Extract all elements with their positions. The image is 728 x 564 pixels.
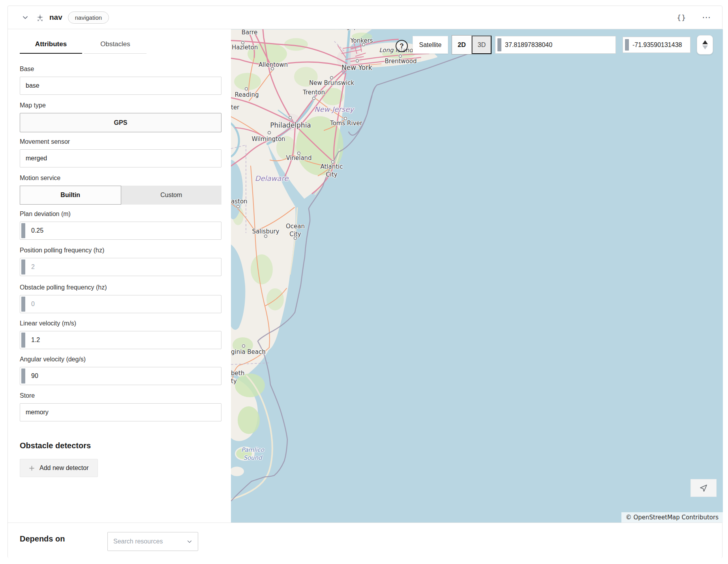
navigation-map[interactable]: BarreHazletonAllentownReadingterBridgepo… xyxy=(231,29,723,523)
movement-sensor-input[interactable] xyxy=(20,149,221,167)
city-marker-icon xyxy=(268,131,271,135)
zoom-stepper[interactable] xyxy=(697,35,713,55)
map-attribution: © OpenStreetMap Contributors xyxy=(621,512,723,523)
position-polling-input[interactable] xyxy=(20,258,221,276)
city-marker-icon xyxy=(344,117,347,120)
number-drag-handle[interactable] xyxy=(21,333,25,348)
longitude-input[interactable] xyxy=(632,37,688,53)
base-input[interactable] xyxy=(20,77,221,95)
position-polling-label: Position polling frequency (hz) xyxy=(20,247,221,254)
obstacle-polling-input[interactable] xyxy=(20,295,221,313)
card-header: nav navigation {} ⋯ xyxy=(8,6,722,29)
resource-card: nav navigation {} ⋯ Attributes Obstacles… xyxy=(8,6,722,558)
linear-velocity-input[interactable] xyxy=(20,331,221,349)
plan-deviation-input[interactable] xyxy=(20,222,221,240)
motion-service-custom-option[interactable]: Custom xyxy=(121,186,222,205)
depends-on-placeholder: Search resources xyxy=(113,538,187,545)
obstacle-detectors-heading: Obstacle detectors xyxy=(20,441,221,450)
latitude-input[interactable] xyxy=(505,36,613,53)
step-up-icon[interactable] xyxy=(702,40,708,44)
city-marker-icon xyxy=(264,235,268,238)
motion-service-builtin-option[interactable]: Builtin xyxy=(20,186,121,205)
add-detector-button[interactable]: Add new detector xyxy=(20,459,98,477)
more-menu-icon[interactable]: ⋯ xyxy=(702,15,711,19)
longitude-field xyxy=(623,37,690,53)
number-drag-handle[interactable] xyxy=(497,38,501,51)
city-marker-icon xyxy=(297,152,301,155)
tab-attributes[interactable]: Attributes xyxy=(20,40,82,54)
latitude-field xyxy=(495,36,616,54)
number-drag-handle[interactable] xyxy=(21,259,25,274)
motion-service-segmented: Builtin Custom xyxy=(20,186,221,205)
city-marker-icon xyxy=(289,116,292,120)
depends-on-bar: Depends on Search resources xyxy=(8,523,722,558)
store-input[interactable] xyxy=(20,403,221,421)
resource-title: nav xyxy=(49,13,62,22)
city-marker-icon xyxy=(356,59,359,63)
angular-velocity-label: Angular velocity (deg/s) xyxy=(20,356,221,363)
chevron-down-icon xyxy=(187,539,192,544)
map-2d-button[interactable]: 2D xyxy=(452,35,472,55)
city-marker-icon xyxy=(245,87,248,91)
navigation-arrow-icon xyxy=(699,483,708,493)
satellite-toggle-button[interactable]: Satellite xyxy=(413,36,448,54)
depends-on-select[interactable]: Search resources xyxy=(107,532,198,551)
recenter-button[interactable] xyxy=(690,479,717,497)
step-down-icon[interactable] xyxy=(702,45,708,49)
store-label: Store xyxy=(20,392,221,399)
motion-service-label: Motion service xyxy=(20,175,221,182)
resource-type-badge: navigation xyxy=(68,11,109,24)
map-type-gps-button[interactable]: GPS xyxy=(20,113,221,132)
city-marker-icon xyxy=(399,55,402,58)
city-marker-icon xyxy=(362,43,366,47)
plus-icon xyxy=(29,465,35,471)
collapse-chevron-icon[interactable] xyxy=(22,14,28,21)
tab-bar: Attributes Obstacles xyxy=(20,40,221,54)
number-drag-handle[interactable] xyxy=(21,223,25,238)
add-detector-label: Add new detector xyxy=(39,464,89,472)
depends-on-label: Depends on xyxy=(20,534,65,543)
city-marker-icon xyxy=(312,97,316,100)
help-icon[interactable]: ? xyxy=(396,40,408,52)
map-3d-button[interactable]: 3D xyxy=(472,36,492,54)
base-label: Base xyxy=(20,66,221,73)
city-marker-icon xyxy=(241,41,245,45)
angular-velocity-input[interactable] xyxy=(20,367,221,385)
city-marker-icon xyxy=(236,205,240,209)
plan-deviation-label: Plan deviation (m) xyxy=(20,211,221,218)
navigation-service-icon xyxy=(36,13,45,22)
city-marker-icon xyxy=(330,76,334,80)
city-marker-icon xyxy=(242,344,246,348)
number-drag-handle[interactable] xyxy=(21,297,25,312)
json-mode-icon[interactable]: {} xyxy=(677,13,686,22)
number-drag-handle[interactable] xyxy=(21,368,25,384)
city-marker-icon xyxy=(331,160,335,164)
obstacle-polling-label: Obstacle polling frequency (hz) xyxy=(20,284,221,291)
linear-velocity-label: Linear velocity (m/s) xyxy=(20,320,221,327)
tab-obstacles[interactable]: Obstacles xyxy=(84,40,146,54)
attributes-pane: Attributes Obstacles Base Map type GPS M… xyxy=(8,29,231,523)
map-canvas xyxy=(231,29,723,523)
city-marker-icon xyxy=(294,237,297,240)
city-marker-icon xyxy=(271,67,274,71)
map-type-label: Map type xyxy=(20,102,221,109)
number-drag-handle[interactable] xyxy=(625,39,629,51)
movement-sensor-label: Movement sensor xyxy=(20,138,221,145)
